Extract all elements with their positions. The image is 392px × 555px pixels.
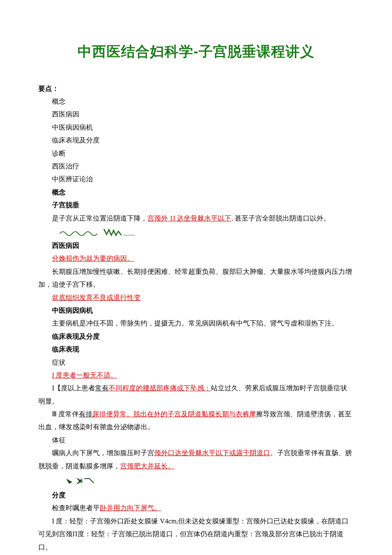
toc-item-zybz: 中医辨证论治: [38, 173, 354, 186]
section-ztc: 子宫脱垂: [38, 199, 354, 212]
section-lcbx: 临床表现及分度: [38, 330, 354, 343]
section-xiyby: 西医病因: [38, 239, 354, 252]
toc-item-zybyj: 中医病因病机: [38, 121, 354, 134]
ztc-desc: 是子宫从正常位置沿阴道下降，宫颈外 1I 达坐骨棘水平以下, 甚至子宫全部脱出阴…: [38, 212, 354, 225]
zz-line1: I 度患者一般无不适。: [52, 372, 117, 379]
svg-text:沐: 沐: [78, 478, 84, 484]
section-lcbx2: 临床表现: [38, 343, 354, 356]
zz-l2-mid2: 不同程度的腰舐部疼痛或下坠感：: [109, 384, 211, 392]
zz-l3-mid2: 尿排便异常。脱出在外的子宫及阴道黏膜长期与衣裤摩: [92, 410, 256, 418]
xiyby-line1: 分娩损伤为鼓为要的病因。: [52, 255, 134, 262]
fd-l1-pre: 检查时嘱患者平: [52, 504, 100, 511]
zz-l2-pre: I【度以上患者: [52, 384, 95, 392]
fd-l1-mid: 卧并用力向下屏气。: [100, 504, 161, 511]
toc-item-zhenduan: 诊断: [38, 147, 354, 160]
section-gainian: 概念: [38, 186, 354, 199]
section-fd: 分度: [38, 489, 354, 502]
fd-line2: I 度：轻型：子宫颈外口距处女膜缘 V4cm,但未达处女膜缘重型：宫颈外口已达处…: [38, 515, 354, 554]
toc-item-lcbx: 临床表现及分度: [38, 134, 354, 147]
zz-line2: I【度以上患者常有不同程度的腰舐部疼痛或下坠感：站立过久、劳累后或腹压增加时子宫…: [38, 382, 354, 408]
decorative-mark: 沐: [64, 475, 98, 486]
zz-label: 症状: [38, 356, 354, 369]
heading-yaodian: 要点：: [38, 82, 354, 95]
toc-item-xyzl: 西医治疗: [38, 160, 354, 173]
fd-line1: 检查时嘱患者平卧并用力向下屏气。: [38, 502, 354, 514]
ztc-post: 甚至子宫全部脱出阴道口以外。: [233, 215, 330, 222]
tz-label: 体征: [38, 434, 354, 447]
decorative-squiggle: [55, 227, 141, 237]
zybyj-line1: 主要病机是冲任不固，带脉失约，提摄无力。常见病因病机有中气下陷、肾气亏虚和湿热下…: [38, 317, 354, 330]
zz-l3-pre: Ⅲ 度常伴: [52, 410, 79, 418]
xiyby-line3: 盆底组织发育不良或退行性变: [52, 294, 141, 301]
ztc-highlight: 宫颈外 1I 达坐骨棘水平以下,: [147, 215, 233, 222]
page-title: 中西医结合妇科学-子宫脱垂课程讲义: [38, 38, 354, 65]
zz-line3: Ⅲ 度常伴有排尿排便异常。脱出在外的子宫及阴道黏膜长期与衣裤摩擦导致宫颈、阴道壁…: [38, 408, 354, 434]
toc-item-xiyby: 西医病因: [38, 108, 354, 121]
tz-end: 宫颈肥大并延长。: [120, 462, 175, 470]
toc-item-gainian: 概念: [38, 95, 354, 108]
tz-mid: 颈外口达坐骨棘水平以下或露于阴道口: [154, 449, 270, 456]
zz-l2-mid1: 常有: [95, 384, 109, 392]
ztc-pre: 是子宫从正常位置沿阴道下降，: [52, 215, 147, 222]
tz-pre: 嘱病人向下屏气，增加腹压时子宫: [52, 449, 154, 456]
section-zybyj: 中医病因病机: [38, 304, 354, 317]
tz-line1: 嘱病人向下屏气，增加腹压时子宫颈外口达坐骨棘水平以下或露于阴道口。子宫脱垂常伴有…: [38, 447, 354, 473]
zz-l3-mid1: 有排: [79, 410, 92, 418]
xiyby-line2: 长期腹压增加慢性咳嗽、长期排便困难、经常超重负荷、腹部巨大肿瘤、大量腹水等均使腹…: [38, 265, 354, 291]
